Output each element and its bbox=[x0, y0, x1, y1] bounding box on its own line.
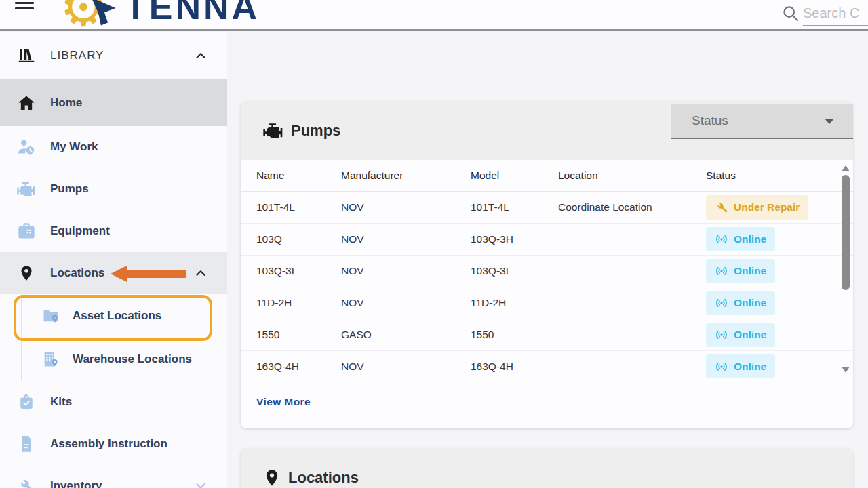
sidebar-item-warehouse-locations[interactable]: Warehouse Locations bbox=[22, 338, 227, 381]
table-scrollbar[interactable] bbox=[840, 160, 852, 378]
cell-model: 163Q-4H bbox=[471, 361, 558, 373]
cell-model: 101T-4L bbox=[471, 201, 558, 214]
sidebar-section-library[interactable]: LIBRARY bbox=[0, 32, 227, 79]
status-badge: Online bbox=[706, 259, 775, 283]
chevron-up-icon[interactable] bbox=[193, 266, 208, 281]
pump-icon bbox=[262, 120, 284, 142]
home-icon bbox=[16, 93, 37, 113]
map-pin-icon bbox=[262, 468, 281, 487]
pumps-table: Name Manufacturer Model Location Status … bbox=[241, 160, 853, 378]
cell-manufacturer: NOV bbox=[341, 265, 471, 277]
status-badge: Online bbox=[706, 291, 775, 315]
cell-manufacturer: NOV bbox=[341, 297, 471, 309]
status-badge: Online bbox=[706, 354, 775, 378]
cell-manufacturer: GASO bbox=[341, 329, 471, 341]
status-label: Online bbox=[734, 361, 766, 373]
column-header-model: Model bbox=[471, 169, 558, 182]
sidebar-item-label: Inventory bbox=[50, 479, 102, 488]
sidebar-item-equipment[interactable]: Equipment bbox=[0, 210, 227, 252]
sidebar-item-kits[interactable]: Kits bbox=[0, 381, 227, 423]
cell-location: Coordinate Location bbox=[558, 201, 706, 214]
cell-model: 103Q-3H bbox=[471, 233, 558, 245]
sidebar-item-inventory[interactable]: Inventory bbox=[0, 465, 227, 488]
chevron-down-icon[interactable] bbox=[193, 479, 208, 488]
sidebar-item-label: Equipment bbox=[50, 224, 110, 238]
search-input[interactable] bbox=[803, 3, 868, 23]
document-icon bbox=[16, 434, 37, 454]
sidebar-item-label: Home bbox=[50, 96, 82, 110]
wrench-icon bbox=[16, 476, 37, 488]
map-pin-icon bbox=[16, 263, 37, 283]
status-filter-dropdown[interactable]: Status bbox=[671, 104, 853, 139]
sidebar-item-asset-locations[interactable]: Asset Locations bbox=[22, 294, 227, 338]
status-badge: Online bbox=[706, 227, 775, 251]
signal-icon bbox=[715, 328, 728, 342]
table-row[interactable]: 103Q NOV 103Q-3H Online bbox=[241, 224, 853, 256]
sidebar-item-label: Assembly Instruction bbox=[50, 437, 167, 451]
cell-name: 163Q-4H bbox=[256, 361, 341, 373]
view-more-link[interactable]: View More bbox=[256, 396, 311, 408]
signal-icon bbox=[715, 296, 728, 310]
library-icon bbox=[16, 45, 37, 66]
scrollbar-thumb[interactable] bbox=[842, 175, 850, 290]
cell-name: 103Q-3L bbox=[256, 265, 341, 277]
status-label: Online bbox=[734, 329, 766, 341]
signal-icon bbox=[715, 264, 728, 278]
sidebar-item-my-work[interactable]: My Work bbox=[0, 126, 227, 168]
bag-check-icon bbox=[16, 392, 37, 412]
status-label: Online bbox=[734, 297, 766, 309]
chevron-up-icon[interactable] bbox=[193, 48, 208, 63]
cell-name: 11D-2H bbox=[256, 297, 341, 309]
search-underline bbox=[803, 25, 868, 26]
locations-sub-list: Asset Locations Warehouse Locations bbox=[21, 294, 227, 381]
table-row[interactable]: 1550 GASO 1550 Online bbox=[241, 319, 853, 351]
cell-name: 103Q bbox=[256, 233, 341, 245]
status-badge: Online bbox=[706, 323, 775, 347]
sidebar-item-pumps[interactable]: Pumps bbox=[0, 168, 227, 210]
sidebar-item-label: Asset Locations bbox=[73, 309, 161, 323]
status-label: Online bbox=[734, 233, 766, 245]
table-row[interactable]: 101T-4L NOV 101T-4L Coordinate Location … bbox=[241, 192, 853, 224]
signal-icon bbox=[715, 232, 728, 246]
cell-manufacturer: NOV bbox=[341, 201, 471, 214]
sidebar-section-label: LIBRARY bbox=[50, 49, 104, 62]
cell-name: 1550 bbox=[256, 329, 341, 341]
person-clock-icon bbox=[16, 137, 37, 157]
table-row[interactable]: 163Q-4H NOV 163Q-4H Online bbox=[241, 351, 853, 378]
cell-model: 103Q-3L bbox=[471, 265, 558, 277]
column-header-name: Name bbox=[256, 169, 341, 182]
status-filter-label: Status bbox=[692, 113, 728, 128]
app-logo[interactable]: ⚙ TENNA bbox=[60, 0, 263, 30]
wrench-icon bbox=[715, 201, 728, 214]
table-header-row: Name Manufacturer Model Location Status bbox=[241, 160, 853, 192]
locations-card-title: Locations bbox=[288, 469, 359, 487]
main-content: Pumps Status Name Manufacturer Model Loc… bbox=[227, 32, 868, 488]
table-row[interactable]: 103Q-3L NOV 103Q-3L Online bbox=[241, 256, 853, 287]
pumps-card-title: Pumps bbox=[291, 122, 340, 140]
pumps-card: Pumps Status Name Manufacturer Model Loc… bbox=[241, 102, 853, 428]
scroll-down-icon[interactable] bbox=[842, 367, 850, 373]
briefcase-icon bbox=[16, 221, 37, 241]
column-header-manufacturer: Manufacturer bbox=[341, 169, 471, 182]
sidebar-item-home[interactable]: Home bbox=[0, 79, 227, 126]
sidebar: LIBRARY Home My Work Pumps Equipment Loc… bbox=[0, 32, 227, 488]
column-header-location: Location bbox=[558, 169, 706, 182]
folder-pin-icon bbox=[41, 306, 60, 325]
sidebar-item-label: Warehouse Locations bbox=[73, 352, 192, 366]
cell-model: 1550 bbox=[471, 329, 558, 341]
dropdown-caret-icon bbox=[825, 119, 834, 124]
status-badge: Under Repair bbox=[706, 195, 808, 220]
cell-name: 101T-4L bbox=[256, 201, 341, 214]
logo-text: TENNA bbox=[125, 0, 260, 27]
status-label: Online bbox=[734, 265, 766, 277]
scroll-up-icon[interactable] bbox=[842, 165, 850, 171]
logo-arrow-icon bbox=[90, 0, 119, 27]
global-search bbox=[781, 0, 868, 28]
menu-icon[interactable] bbox=[15, 0, 34, 13]
sidebar-item-label: Kits bbox=[50, 395, 72, 409]
sidebar-item-locations[interactable]: Locations bbox=[0, 252, 227, 294]
sidebar-item-assembly-instruction[interactable]: Assembly Instruction bbox=[0, 423, 227, 465]
table-row[interactable]: 11D-2H NOV 11D-2H Online bbox=[241, 287, 853, 319]
search-icon bbox=[781, 4, 800, 23]
signal-icon bbox=[715, 360, 728, 373]
